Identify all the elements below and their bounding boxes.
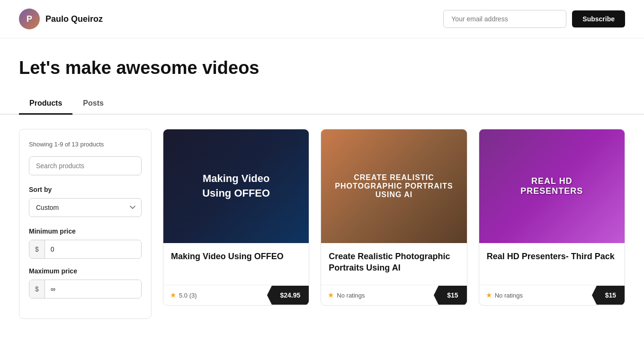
product-thumbnail-1: Making VideoUsing OFFEO — [163, 129, 309, 243]
price-value-2: $15 — [447, 291, 458, 299]
price-notch-2 — [434, 286, 438, 305]
product-thumbnail-3: REAL HDPRESENTERS — [479, 129, 625, 243]
product-card-1: Making VideoUsing OFFEO Making Video Usi… — [163, 129, 309, 306]
product-price-1[interactable]: $24.95 — [272, 286, 309, 305]
sort-select[interactable]: Custom Newest Oldest Price: Low to High … — [29, 198, 142, 217]
product-footer-1: ★ 5.0 (3) $24.95 — [163, 285, 309, 305]
product-price-3[interactable]: $15 — [597, 286, 625, 305]
rating-text-3: No ratings — [495, 292, 523, 299]
price-value-3: $15 — [605, 291, 616, 299]
price-notch-3 — [592, 286, 597, 305]
max-price-wrap: $ — [29, 280, 142, 299]
creator-info: P Paulo Queiroz — [19, 9, 103, 29]
star-icon-1: ★ — [170, 291, 176, 299]
min-price-input[interactable] — [45, 240, 141, 258]
filter-panel: Showing 1-9 of 13 products Sort by Custo… — [19, 129, 152, 319]
max-price-label: Maximum price — [29, 267, 142, 275]
thumb-presenters: REAL HDPRESENTERS — [479, 129, 625, 243]
product-rating-2: ★ No ratings — [321, 285, 438, 305]
thumb-offeo-text: Making VideoUsing OFFEO — [193, 162, 279, 210]
header-actions: Subscribe — [443, 10, 625, 28]
price-value-1: $24.95 — [280, 291, 301, 299]
tab-products[interactable]: Products — [19, 93, 72, 115]
min-price-wrap: $ — [29, 240, 142, 259]
thumb-portraits: CREATE REALISTICPHOTOGRAPHIC PORTRAITSUS… — [321, 129, 466, 243]
product-title-3: Real HD Presenters- Third Pack — [487, 251, 617, 262]
subscribe-button[interactable]: Subscribe — [572, 10, 625, 27]
min-price-symbol: $ — [29, 240, 45, 258]
product-price-2[interactable]: $15 — [438, 286, 466, 305]
min-price-label: Minimum price — [29, 227, 142, 235]
avatar: P — [19, 9, 40, 29]
product-thumbnail-2: CREATE REALISTICPHOTOGRAPHIC PORTRAITSUS… — [321, 129, 466, 243]
hero-section: Let's make awesome videos — [0, 38, 644, 89]
products-grid: Making VideoUsing OFFEO Making Video Usi… — [163, 129, 625, 306]
product-card-2: CREATE REALISTICPHOTOGRAPHIC PORTRAITSUS… — [321, 129, 467, 306]
max-price-symbol: $ — [29, 280, 45, 298]
star-icon-3: ★ — [486, 291, 492, 299]
product-title-2: Create Realistic Photographic Portraits … — [329, 251, 459, 274]
tab-posts[interactable]: Posts — [72, 93, 114, 115]
search-input[interactable] — [29, 156, 142, 175]
rating-text-1: 5.0 (3) — [179, 292, 197, 299]
showing-count: Showing 1-9 of 13 products — [29, 141, 142, 148]
sort-by-label: Sort by — [29, 186, 142, 193]
thumb-presenters-text: REAL HDPRESENTERS — [511, 167, 592, 206]
tabs-nav: Products Posts — [0, 93, 644, 115]
page-header: P Paulo Queiroz Subscribe — [0, 0, 644, 38]
main-content: Showing 1-9 of 13 products Sort by Custo… — [0, 115, 644, 333]
product-rating-1: ★ 5.0 (3) — [163, 285, 272, 305]
product-info-2: Create Realistic Photographic Portraits … — [321, 243, 466, 279]
thumb-portraits-text: CREATE REALISTICPHOTOGRAPHIC PORTRAITSUS… — [330, 169, 457, 204]
max-price-input[interactable] — [45, 280, 141, 298]
product-rating-3: ★ No ratings — [479, 285, 597, 305]
price-notch-1 — [267, 286, 272, 305]
creator-name: Paulo Queiroz — [45, 14, 103, 24]
product-title-1: Making Video Using OFFEO — [171, 251, 301, 262]
product-info-3: Real HD Presenters- Third Pack — [479, 243, 625, 279]
product-info-1: Making Video Using OFFEO — [163, 243, 309, 279]
thumb-offeo: Making VideoUsing OFFEO — [163, 129, 309, 243]
star-icon-2: ★ — [328, 291, 334, 299]
product-footer-2: ★ No ratings $15 — [321, 285, 466, 305]
product-footer-3: ★ No ratings $15 — [479, 285, 625, 305]
product-card-3: REAL HDPRESENTERS Real HD Presenters- Th… — [479, 129, 625, 306]
rating-text-2: No ratings — [337, 292, 365, 299]
page-title: Let's make awesome videos — [19, 57, 625, 79]
email-input[interactable] — [443, 10, 566, 28]
